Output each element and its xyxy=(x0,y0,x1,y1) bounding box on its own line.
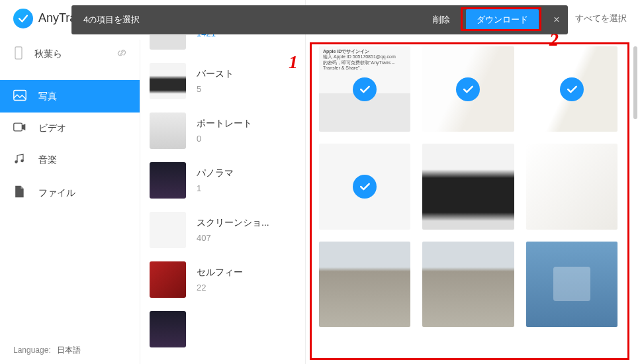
svg-rect-2 xyxy=(14,123,22,131)
album-thumb xyxy=(150,162,186,199)
nav: 写真 ビデオ 音楽 ファイル xyxy=(0,80,140,210)
svg-point-3 xyxy=(15,160,18,163)
delete-button[interactable]: 削除 xyxy=(424,14,459,26)
language-value: 日本語 xyxy=(57,345,81,355)
photo-icon xyxy=(13,89,29,103)
check-icon xyxy=(456,77,480,101)
album-name: セルフィー xyxy=(197,267,243,279)
album-count: 5 xyxy=(197,84,234,94)
photo-cell[interactable] xyxy=(422,242,514,327)
device-name: 秋葉ら xyxy=(34,48,116,60)
album-count: 0 xyxy=(197,134,252,144)
file-icon xyxy=(13,185,29,201)
check-icon xyxy=(560,77,584,101)
album-row[interactable]: ポートレート 0 xyxy=(140,106,305,156)
svg-rect-0 xyxy=(15,47,22,59)
album-thumb xyxy=(150,113,186,149)
download-button[interactable]: ダウンロード xyxy=(466,9,539,30)
album-row[interactable]: セルフィー 22 xyxy=(140,255,305,304)
svg-rect-1 xyxy=(14,91,26,101)
album-thumb xyxy=(150,311,186,347)
album-info: セルフィー 22 xyxy=(197,267,243,293)
album-name: バースト xyxy=(197,68,234,80)
check-icon xyxy=(353,175,377,199)
phone-icon xyxy=(13,46,26,62)
album-count: 1 xyxy=(197,183,234,193)
svg-point-4 xyxy=(21,159,24,163)
photo-cell[interactable] xyxy=(526,46,617,132)
album-info: パノラマ 1 xyxy=(197,167,234,193)
album-list: 1421 バースト 5 ポートレート 0 パノラマ 1 スクリーンショ... 4… xyxy=(140,0,306,364)
album-count: 22 xyxy=(197,283,243,293)
album-thumb xyxy=(150,63,186,99)
photo-cell[interactable] xyxy=(526,242,617,327)
language-selector[interactable]: Language: 日本語 xyxy=(13,345,81,356)
selection-count-text: 4の項目を選択 xyxy=(83,14,424,26)
album-info: スクリーンショ... 407 xyxy=(197,217,269,243)
album-name: パノラマ xyxy=(197,167,234,179)
photo-text: Apple IDでサインイン输入 Apple ID 505170851@qq.c… xyxy=(319,46,410,74)
album-name: スクリーンショ... xyxy=(197,217,269,229)
photo-cell[interactable] xyxy=(319,144,410,229)
photo-cell[interactable] xyxy=(319,242,410,327)
photo-cell[interactable] xyxy=(526,144,617,229)
nav-music[interactable]: 音楽 xyxy=(0,144,140,176)
check-icon xyxy=(353,77,377,101)
selection-toolbar: 4の項目を選択 削除 ダウンロード × xyxy=(71,5,568,34)
nav-label: 音楽 xyxy=(38,154,57,166)
device-row[interactable]: 秋葉ら xyxy=(0,40,140,68)
album-row[interactable]: スクリーンショ... 407 xyxy=(140,205,305,255)
album-thumb xyxy=(150,261,186,298)
photo-cell[interactable]: Apple IDでサインイン输入 Apple ID 505170851@qq.c… xyxy=(319,46,410,132)
select-all-link[interactable]: すべてを選択 xyxy=(575,13,627,24)
nav-files[interactable]: ファイル xyxy=(0,176,140,210)
nav-label: 写真 xyxy=(38,91,57,103)
language-label: Language: xyxy=(13,345,51,355)
album-row[interactable] xyxy=(140,304,305,354)
photo-cell[interactable] xyxy=(422,144,514,229)
album-name: ポートレート xyxy=(197,118,252,130)
video-icon xyxy=(13,122,29,134)
nav-videos[interactable]: ビデオ xyxy=(0,113,140,144)
album-info: バースト 5 xyxy=(197,68,234,94)
photo-cell[interactable] xyxy=(422,46,514,132)
unlink-icon[interactable] xyxy=(116,47,128,61)
nav-label: ビデオ xyxy=(38,122,66,134)
album-row[interactable]: パノラマ 1 xyxy=(140,156,305,205)
app-logo-icon xyxy=(13,9,33,28)
photo-grid: Apple IDでサインイン输入 Apple ID 505170851@qq.c… xyxy=(306,40,631,357)
close-icon[interactable]: × xyxy=(545,14,568,26)
nav-photos[interactable]: 写真 xyxy=(0,80,140,113)
album-thumb xyxy=(150,212,186,248)
album-count: 407 xyxy=(197,233,269,243)
nav-label: ファイル xyxy=(38,187,75,199)
sidebar: 秋葉ら 写真 ビデオ 音楽 ファイル Language: 日本語 xyxy=(0,40,140,364)
music-icon xyxy=(13,153,29,167)
album-row[interactable]: バースト 5 xyxy=(140,56,305,106)
album-info: ポートレート 0 xyxy=(197,118,252,144)
scrollbar[interactable] xyxy=(633,46,637,119)
